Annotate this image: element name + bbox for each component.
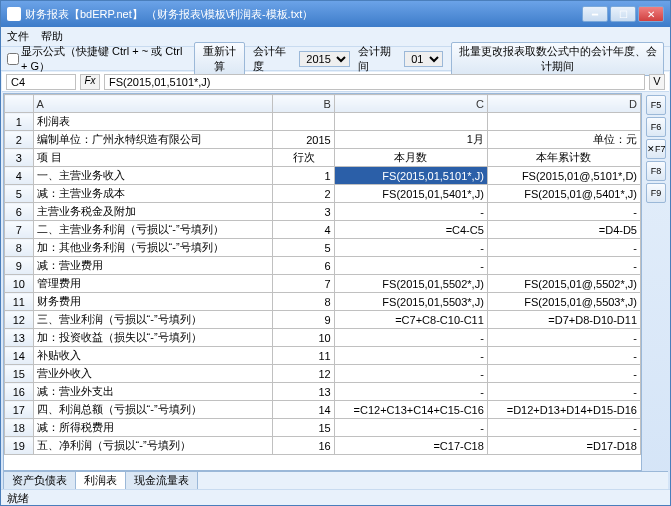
row-number[interactable]: 18 — [5, 419, 34, 437]
recalc-button[interactable]: 重新计算 — [194, 42, 246, 76]
cell[interactable]: 6 — [273, 257, 334, 275]
col-header-D[interactable]: D — [487, 95, 640, 113]
cell[interactable]: 2015 — [273, 131, 334, 149]
cell[interactable]: 财务费用 — [33, 293, 273, 311]
cell[interactable]: FS(2015,01,5401*,J) — [334, 185, 487, 203]
cell[interactable]: - — [334, 203, 487, 221]
cell[interactable]: FS(2015,01,5503*,J) — [334, 293, 487, 311]
cell[interactable]: 3 — [273, 203, 334, 221]
cell[interactable]: - — [334, 347, 487, 365]
row-number[interactable]: 17 — [5, 401, 34, 419]
cell-reference[interactable]: C4 — [6, 74, 76, 90]
cell[interactable]: - — [334, 365, 487, 383]
cell[interactable]: 减：主营业务成本 — [33, 185, 273, 203]
cell[interactable]: 项 目 — [33, 149, 273, 167]
cell[interactable]: 营业外收入 — [33, 365, 273, 383]
row-number[interactable]: 6 — [5, 203, 34, 221]
cell[interactable]: - — [487, 239, 640, 257]
cell[interactable] — [273, 113, 334, 131]
cell[interactable]: 补贴收入 — [33, 347, 273, 365]
cell[interactable]: - — [334, 329, 487, 347]
cell[interactable]: - — [487, 365, 640, 383]
cell[interactable] — [334, 113, 487, 131]
cell[interactable]: FS(2015,01,5101*,J) — [334, 167, 487, 185]
cell[interactable]: FS(2015,01@,5503*,J) — [487, 293, 640, 311]
side-button-F8[interactable]: F8 — [646, 161, 666, 181]
row-number[interactable]: 1 — [5, 113, 34, 131]
sheet-tab[interactable]: 现金流量表 — [125, 471, 198, 489]
cell[interactable]: - — [487, 257, 640, 275]
spreadsheet[interactable]: ABCD 1利润表2编制单位：广州永特织造有限公司20151月单位：元3项 目行… — [3, 93, 642, 471]
cell[interactable]: =C17-C18 — [334, 437, 487, 455]
cell[interactable]: 9 — [273, 311, 334, 329]
row-number[interactable]: 4 — [5, 167, 34, 185]
cell[interactable]: =D7+D8-D10-D11 — [487, 311, 640, 329]
row-number[interactable]: 12 — [5, 311, 34, 329]
formula-input[interactable]: FS(2015,01,5101*,J) — [104, 74, 645, 90]
cell[interactable]: 主营业务税金及附加 — [33, 203, 273, 221]
sheet-tab[interactable]: 资产负债表 — [3, 471, 76, 489]
col-header-C[interactable]: C — [334, 95, 487, 113]
cell[interactable]: 5 — [273, 239, 334, 257]
side-button-F7[interactable]: ✕F7 — [646, 139, 666, 159]
cell[interactable]: FS(2015,01@,5502*,J) — [487, 275, 640, 293]
cell[interactable]: 加：投资收益（损失以“-”号填列） — [33, 329, 273, 347]
titlebar[interactable]: 财务报表【bdERP.net】 （财务报表\模板\利润表-模板.txt） ━ ☐… — [1, 1, 670, 27]
cell[interactable]: 13 — [273, 383, 334, 401]
cell[interactable]: 编制单位：广州永特织造有限公司 — [33, 131, 273, 149]
row-number[interactable]: 13 — [5, 329, 34, 347]
cell[interactable]: 本年累计数 — [487, 149, 640, 167]
cell[interactable]: 2 — [273, 185, 334, 203]
row-number[interactable]: 10 — [5, 275, 34, 293]
cell[interactable]: - — [334, 383, 487, 401]
show-formula-toggle[interactable]: 显示公式（快捷键 Ctrl + ~ 或 Ctrl + G） — [7, 44, 186, 74]
col-header-A[interactable]: A — [33, 95, 273, 113]
expand-button[interactable]: V — [649, 74, 665, 90]
cell[interactable]: - — [487, 383, 640, 401]
row-number[interactable]: 5 — [5, 185, 34, 203]
show-formula-checkbox[interactable] — [7, 53, 19, 65]
cell[interactable]: 减：营业外支出 — [33, 383, 273, 401]
menu-help[interactable]: 帮助 — [41, 29, 63, 44]
cell[interactable]: - — [487, 419, 640, 437]
cell[interactable]: =C4-C5 — [334, 221, 487, 239]
cell[interactable]: 4 — [273, 221, 334, 239]
col-header-row[interactable] — [5, 95, 34, 113]
fx-button[interactable]: Fx — [80, 74, 100, 90]
close-button[interactable]: ✕ — [638, 6, 664, 22]
cell[interactable]: 加：其他业务利润（亏损以“-”号填列） — [33, 239, 273, 257]
cell[interactable]: 7 — [273, 275, 334, 293]
cell[interactable]: 12 — [273, 365, 334, 383]
cell[interactable]: FS(2015,01@,5401*,J) — [487, 185, 640, 203]
cell[interactable]: 10 — [273, 329, 334, 347]
cell[interactable]: 四、利润总额（亏损以“-”号填列） — [33, 401, 273, 419]
cell[interactable]: =C7+C8-C10-C11 — [334, 311, 487, 329]
cell[interactable]: FS(2015,01,5502*,J) — [334, 275, 487, 293]
cell[interactable]: =C12+C13+C14+C15-C16 — [334, 401, 487, 419]
cell[interactable]: 15 — [273, 419, 334, 437]
cell[interactable] — [487, 113, 640, 131]
menu-file[interactable]: 文件 — [7, 29, 29, 44]
cell[interactable]: 8 — [273, 293, 334, 311]
cell[interactable]: =D17-D18 — [487, 437, 640, 455]
cell[interactable]: 1月 — [334, 131, 487, 149]
cell[interactable]: 利润表 — [33, 113, 273, 131]
cell[interactable]: 三、营业利润（亏损以“-”号填列） — [33, 311, 273, 329]
cell[interactable]: - — [334, 419, 487, 437]
cell[interactable]: - — [487, 203, 640, 221]
row-number[interactable]: 2 — [5, 131, 34, 149]
cell[interactable]: 16 — [273, 437, 334, 455]
cell[interactable]: 五、净利润（亏损以“-”号填列） — [33, 437, 273, 455]
cell[interactable]: - — [487, 329, 640, 347]
side-button-F9[interactable]: F9 — [646, 183, 666, 203]
cell[interactable]: - — [334, 239, 487, 257]
side-button-F5[interactable]: F5 — [646, 95, 666, 115]
fiscal-period-select[interactable]: 01 — [404, 51, 443, 67]
cell[interactable]: =D12+D13+D14+D15-D16 — [487, 401, 640, 419]
cell[interactable]: 本月数 — [334, 149, 487, 167]
row-number[interactable]: 3 — [5, 149, 34, 167]
batch-update-button[interactable]: 批量更改报表取数公式中的会计年度、会计期间 — [451, 42, 664, 76]
cell[interactable]: 减：所得税费用 — [33, 419, 273, 437]
cell[interactable]: 行次 — [273, 149, 334, 167]
row-number[interactable]: 15 — [5, 365, 34, 383]
